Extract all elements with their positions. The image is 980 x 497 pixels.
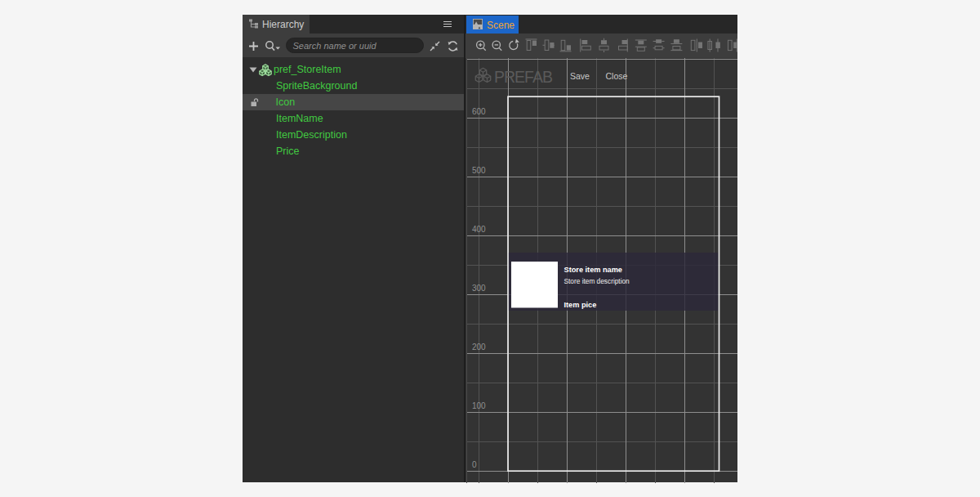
svg-text:600: 600 (472, 107, 486, 116)
svg-text:200: 200 (472, 343, 486, 351)
svg-text:300: 300 (472, 284, 486, 293)
svg-text:Store item name: Store item name (564, 266, 622, 274)
svg-text:400: 400 (472, 225, 486, 234)
svg-text:Store item description: Store item description (564, 277, 630, 285)
svg-text:100: 100 (472, 401, 486, 410)
svg-text:Save: Save (570, 70, 590, 80)
svg-text:Item pice: Item pice (564, 300, 597, 308)
svg-text:500: 500 (472, 166, 486, 175)
svg-text:0: 0 (472, 460, 477, 469)
svg-text:PREFAB: PREFAB (494, 68, 552, 86)
svg-text:Close: Close (606, 70, 628, 80)
